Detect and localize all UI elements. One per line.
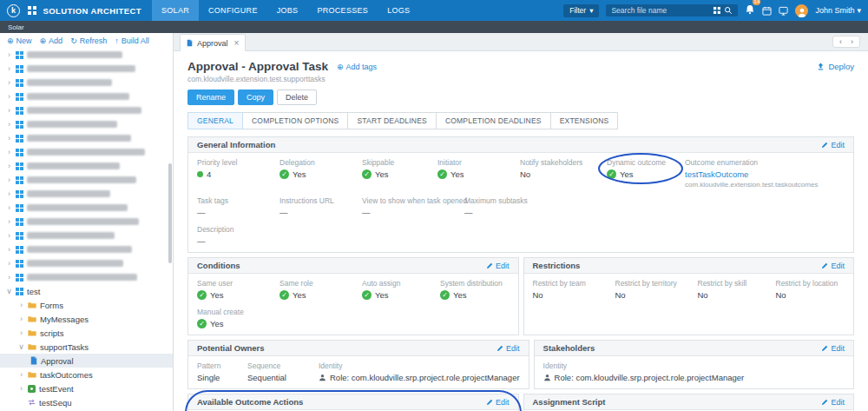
refresh-button[interactable]: ↻Refresh: [70, 36, 107, 45]
user-menu[interactable]: John Smith ▾: [815, 6, 861, 15]
deploy-button[interactable]: Deploy: [817, 62, 854, 71]
sidebar-scrollbar[interactable]: [168, 163, 172, 263]
tab-completion-options[interactable]: COMPLETION OPTIONS: [242, 112, 348, 129]
tree-item-blurred[interactable]: ›: [0, 201, 173, 215]
tree-item-test[interactable]: ∨ test: [0, 284, 173, 298]
panel-title: Stakeholders: [543, 343, 595, 353]
search-box[interactable]: [606, 4, 738, 17]
chevron-right-icon: ›: [18, 315, 24, 323]
main-area: Approval × ‹ › Approval - Approval Task …: [174, 33, 868, 411]
field-maximum-subtasks: Maximum subtasks —: [464, 196, 845, 217]
edit-stakeholders-button[interactable]: Edit: [821, 344, 845, 353]
build-all-button[interactable]: ↑Build All: [115, 36, 149, 45]
tree-item-testsequ[interactable]: testSequ: [0, 395, 173, 409]
rename-button[interactable]: Rename: [187, 89, 234, 105]
field-sequence: Sequence Sequential: [247, 361, 319, 382]
module-icon: [16, 93, 23, 101]
notifications-button[interactable]: 14: [745, 3, 755, 18]
plus-icon: ⊕: [7, 37, 14, 45]
tab-start-deadlines[interactable]: START DEADLINES: [347, 112, 436, 129]
edit-outcome-actions-button[interactable]: Edit: [486, 398, 510, 407]
tab-completion-deadlines[interactable]: COMPLETION DEADLINES: [436, 112, 551, 129]
tree-item-blurred[interactable]: ›: [0, 242, 173, 256]
app-logo[interactable]: k: [7, 4, 20, 17]
tree-item-blurred[interactable]: ›: [0, 131, 173, 145]
tree-item-blurred[interactable]: ›: [0, 173, 173, 187]
tree-item-blurred[interactable]: ›: [0, 62, 173, 76]
module-icon: [16, 190, 23, 198]
filter-button[interactable]: Filter ▾: [563, 4, 599, 17]
field-manual-create: Manual create ✓Yes: [197, 308, 510, 328]
calendar-button[interactable]: [762, 6, 772, 16]
pencil-icon: [496, 345, 503, 352]
tab-approval[interactable]: Approval ×: [180, 34, 246, 51]
delete-button[interactable]: Delete: [277, 89, 317, 105]
sidebar-toolbar: ⊕New ⊕Add ↻Refresh ↑Build All: [0, 33, 173, 48]
tab-extensions[interactable]: EXTENSIONS: [550, 112, 619, 129]
tree-item-supporttasks[interactable]: ∨ supportTasks: [0, 340, 173, 354]
field-instructions-url: Instructions URL —: [279, 196, 362, 217]
tree-item-blurred[interactable]: ›: [0, 76, 173, 89]
tab-label: Approval: [197, 39, 228, 48]
check-icon: ✓: [440, 290, 450, 300]
tree-item-taskoutcomes[interactable]: › taskOutcomes: [0, 368, 173, 381]
tree-item-blurred[interactable]: ›: [0, 215, 173, 229]
new-button[interactable]: ⊕New: [7, 36, 32, 45]
edit-potential-owners-button[interactable]: Edit: [496, 344, 520, 353]
sequence-icon: [28, 399, 36, 406]
tree-item-blurred[interactable]: ›: [0, 229, 173, 242]
edit-label: Edit: [506, 344, 520, 353]
tree-item-blurred[interactable]: ›: [0, 256, 173, 270]
tree-item-blurred[interactable]: ›: [0, 117, 173, 131]
close-icon[interactable]: ×: [234, 38, 240, 48]
refresh-icon: ↻: [70, 37, 77, 45]
folder-icon: [28, 371, 36, 378]
edit-general-button[interactable]: Edit: [821, 141, 845, 149]
bell-icon: [745, 4, 755, 15]
tree-item-blurred[interactable]: ›: [0, 48, 173, 62]
tree-item-testevent[interactable]: › testEvent: [0, 381, 173, 395]
tree-item-blurred[interactable]: ›: [0, 145, 173, 159]
apps-grid-icon[interactable]: [28, 6, 36, 15]
advanced-search-icon[interactable]: [713, 7, 720, 14]
avatar[interactable]: [795, 4, 808, 17]
tree-item-approval[interactable]: Approval: [0, 354, 173, 368]
redacted-label: [27, 260, 123, 267]
edit-assignment-script-button[interactable]: Edit: [821, 398, 845, 407]
nav-jobs[interactable]: JOBS: [267, 0, 308, 21]
tree-item-blurred[interactable]: ›: [0, 89, 173, 103]
add-button[interactable]: ⊕Add: [40, 36, 63, 45]
tree-item-blurred[interactable]: ›: [0, 187, 173, 201]
search-input[interactable]: [611, 6, 694, 15]
tree-item-scripts[interactable]: › scripts: [0, 326, 173, 340]
tree-item-mymessages[interactable]: › MyMessages: [0, 312, 173, 326]
chevron-right-icon: ›: [6, 274, 12, 282]
field-same-role: Same role ✓Yes: [279, 279, 362, 300]
nav-configure[interactable]: CONFIGURE: [199, 0, 267, 21]
monitor-button[interactable]: [779, 6, 788, 16]
tree-item-blurred[interactable]: ›: [0, 103, 173, 117]
nav-logs[interactable]: LOGS: [378, 0, 419, 21]
nav-solar[interactable]: SOLAR: [152, 0, 199, 21]
panel-title: Potential Owners: [197, 343, 265, 353]
chevron-right-icon: ›: [6, 260, 12, 268]
forward-button[interactable]: ›: [851, 37, 853, 46]
redacted-label: [27, 232, 115, 239]
redacted-label: [27, 218, 139, 225]
field-dynamic-outcome: Dynamic outcome ✓Yes: [607, 158, 685, 189]
edit-conditions-button[interactable]: Edit: [486, 262, 510, 270]
edit-restrictions-button[interactable]: Edit: [821, 262, 845, 270]
redacted-label: [27, 93, 129, 100]
back-button[interactable]: ‹: [839, 37, 842, 46]
tree-item-blurred[interactable]: ›: [0, 270, 173, 284]
tree-label: taskOutcomes: [40, 370, 93, 380]
nav-processes[interactable]: PROCESSES: [307, 0, 378, 21]
tree-item-blurred[interactable]: ›: [0, 159, 173, 173]
search-icon[interactable]: [724, 6, 733, 15]
tree-item-forms[interactable]: › Forms: [0, 298, 173, 312]
outcome-enumeration-link[interactable]: testTaskOutcome: [685, 169, 845, 179]
tab-general[interactable]: GENERAL: [187, 112, 243, 129]
copy-button[interactable]: Copy: [238, 89, 273, 105]
add-tags-button[interactable]: ⊕ Add tags: [337, 63, 377, 71]
caret-down-icon: ▾: [589, 6, 593, 15]
